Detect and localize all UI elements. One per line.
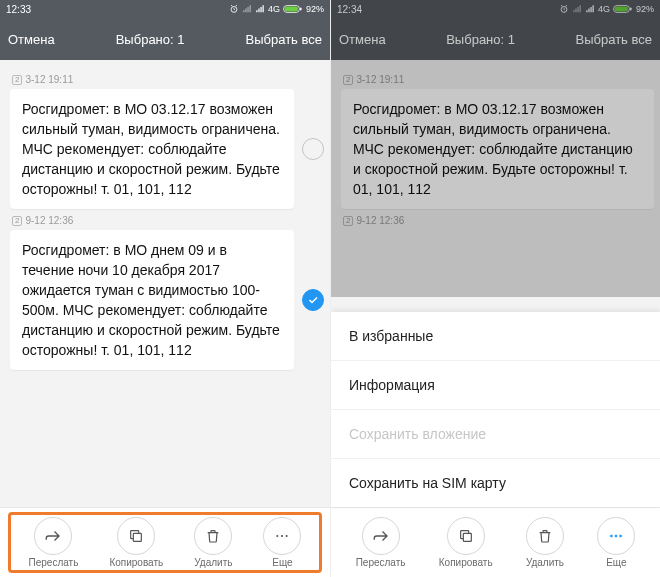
message-bubble[interactable]: Росгидромет: в МО днем 09 и в течение но… [10,230,294,370]
svg-point-15 [620,535,622,537]
delete-button[interactable]: Удалить [526,517,564,568]
selection-count: Выбрано: 1 [386,32,576,47]
action-toolbar: Переслать Копировать Удалить Еще [331,507,660,577]
sim-indicator: 2 [343,75,353,85]
phone-left: 12:33 4G 92% Отмена Выбрано: 1 Выбрать в… [0,0,330,577]
copy-icon [458,528,474,544]
svg-point-6 [281,535,283,537]
sim-indicator: 2 [343,216,353,226]
more-icon [608,528,624,544]
copy-button[interactable]: Копировать [109,517,163,568]
delete-button[interactable]: Удалить [194,517,232,568]
more-menu-sheet: В избранные Информация Сохранить вложени… [331,312,660,507]
copy-icon [128,528,144,544]
message-bubble[interactable]: Росгидромет: в МО 03.12.17 возможен силь… [10,89,294,209]
forward-button[interactable]: Переслать [29,517,79,568]
message-timestamp: 2 3-12 19:11 [343,74,654,85]
menu-info[interactable]: Информация [331,361,660,410]
svg-point-7 [286,535,288,537]
selection-checkbox[interactable] [302,289,324,311]
more-icon [274,528,290,544]
svg-rect-11 [630,8,632,11]
svg-rect-2 [284,7,298,12]
selection-toolbar: Отмена Выбрано: 1 Выбрать все [331,18,660,60]
battery-icon [613,4,633,14]
status-right: 4G 92% [559,4,654,14]
network-label: 4G [268,4,280,14]
sim-indicator: 2 [12,75,22,85]
battery-label: 92% [636,4,654,14]
status-time: 12:33 [6,4,31,15]
message-bubble[interactable]: Росгидромет: в МО 03.12.17 возможен силь… [341,89,654,209]
action-toolbar: Переслать Копировать Удалить Еще [0,507,330,577]
messages-list[interactable]: 2 3-12 19:11 Росгидромет: в МО 03.12.17 … [0,60,330,507]
forward-button[interactable]: Переслать [356,517,406,568]
message-row[interactable]: Росгидромет: в МО 03.12.17 возможен силь… [10,89,324,209]
battery-icon [283,4,303,14]
signal-2-icon [585,4,595,14]
trash-icon [537,528,553,544]
status-bar: 12:34 4G 92% [331,0,660,18]
svg-rect-3 [300,8,302,11]
copy-button[interactable]: Копировать [439,517,493,568]
menu-save-sim[interactable]: Сохранить на SIM карту [331,459,660,507]
svg-point-5 [277,535,279,537]
select-all-button[interactable]: Выбрать все [576,32,652,47]
signal-2-icon [255,4,265,14]
message-timestamp: 2 9-12 12:36 [343,215,654,226]
message-row[interactable]: Росгидромет: в МО днем 09 и в течение но… [10,230,324,370]
svg-point-13 [611,535,613,537]
tutorial-highlight: Переслать Копировать Удалить Еще [8,512,322,573]
message-timestamp: 2 9-12 12:36 [12,215,324,226]
selection-toolbar: Отмена Выбрано: 1 Выбрать все [0,18,330,60]
status-time: 12:34 [337,4,362,15]
menu-favorites[interactable]: В избранные [331,312,660,361]
phone-right: 12:34 4G 92% Отмена Выбрано: 1 Выбрать в… [330,0,660,577]
signal-1-icon [242,4,252,14]
message-row[interactable]: Росгидромет: в МО 03.12.17 возможен силь… [341,89,654,209]
alarm-icon [559,4,569,14]
more-button[interactable]: Еще [597,517,635,568]
svg-rect-10 [614,7,628,12]
signal-1-icon [572,4,582,14]
battery-label: 92% [306,4,324,14]
status-bar: 12:33 4G 92% [0,0,330,18]
message-timestamp: 2 3-12 19:11 [12,74,324,85]
selection-checkbox[interactable] [302,138,324,160]
forward-icon [44,527,62,545]
sim-indicator: 2 [12,216,22,226]
cancel-button[interactable]: Отмена [8,32,55,47]
alarm-icon [229,4,239,14]
select-all-button[interactable]: Выбрать все [246,32,322,47]
svg-rect-12 [463,533,471,541]
status-right: 4G 92% [229,4,324,14]
trash-icon [205,528,221,544]
menu-save-attachment: Сохранить вложение [331,410,660,459]
forward-icon [372,527,390,545]
svg-rect-4 [134,533,142,541]
more-button[interactable]: Еще [263,517,301,568]
svg-point-14 [615,535,617,537]
network-label: 4G [598,4,610,14]
selection-count: Выбрано: 1 [55,32,246,47]
cancel-button[interactable]: Отмена [339,32,386,47]
